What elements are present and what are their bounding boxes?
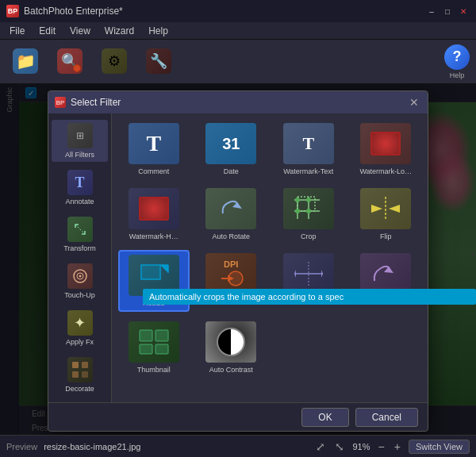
svg-marker-18 <box>371 205 382 213</box>
expand-icon-button[interactable]: ⤢ <box>314 440 327 453</box>
minimize-button[interactable]: – <box>425 5 438 17</box>
touchup-label: Touch-Up <box>64 291 95 299</box>
filter-cat-transform[interactable]: Transform <box>52 213 108 255</box>
filter-item-flip[interactable]: Flip <box>351 185 422 244</box>
zoom-in-button[interactable]: + <box>393 440 402 453</box>
menu-file[interactable]: File <box>3 24 31 38</box>
menu-view[interactable]: View <box>63 24 97 38</box>
annotate-icon: T <box>67 170 93 195</box>
menu-edit[interactable]: Edit <box>33 24 62 38</box>
filter-thumb-watermark-logo <box>360 123 411 164</box>
filter-label-comment: Comment <box>121 167 186 175</box>
menu-wizard[interactable]: Wizard <box>98 24 140 38</box>
filter-item-auto-contrast[interactable]: Auto Contrast <box>196 318 267 377</box>
title-bar: BP BatchPhoto Enterprise* – □ ✕ <box>0 0 476 22</box>
filter-item-watermark-h[interactable]: Watermark-H… <box>118 185 190 244</box>
filter-grid: T Comment 31 Date T <box>118 120 421 377</box>
svg-point-13 <box>295 198 300 202</box>
svg-point-16 <box>306 209 311 213</box>
filter-label-auto-rotate: Auto Rotate <box>199 232 264 240</box>
ok-button[interactable]: OK <box>301 408 348 427</box>
toolbar-setup[interactable]: ⚙ <box>95 43 133 81</box>
filter-item-auto-rotate[interactable]: Auto Rotate <box>196 185 267 244</box>
filter-thumb-thumbnail <box>129 321 179 363</box>
preview-filename: resize-basic-image21.jpg <box>44 442 140 451</box>
toolbar-edit-photos[interactable]: 🔍 <box>51 43 89 81</box>
menu-help[interactable]: Help <box>142 24 175 38</box>
filter-label-watermark-h: Watermark-H… <box>121 232 186 240</box>
svg-marker-31 <box>384 267 393 273</box>
svg-rect-5 <box>72 371 79 378</box>
applyfx-icon: ✦ <box>67 310 93 336</box>
filter-item-watermark-logo[interactable]: Watermark-Lo… <box>351 120 422 179</box>
decorate-label: Decorate <box>65 385 94 393</box>
content-area: Graphic ✓ › Edit <box>0 84 476 435</box>
svg-rect-8 <box>298 197 315 211</box>
switch-view-button[interactable]: Switch View <box>409 440 470 454</box>
svg-point-14 <box>306 198 311 202</box>
svg-rect-3 <box>72 362 79 368</box>
svg-rect-32 <box>140 330 152 341</box>
svg-rect-35 <box>155 344 168 354</box>
cancel-button[interactable]: Cancel <box>355 408 418 427</box>
bottom-bar: Preview resize-basic-image21.jpg ⤢ ⤡ 91%… <box>0 435 476 457</box>
filter-cat-applyfx[interactable]: ✦ Apply Fx <box>52 307 108 349</box>
filter-cat-annotate[interactable]: T Annotate <box>52 167 108 209</box>
filter-thumb-watermark-text: T <box>283 123 334 164</box>
title-bar-left: BP BatchPhoto Enterprise* <box>6 5 123 17</box>
watermark-h-icon <box>139 197 169 221</box>
svg-rect-4 <box>82 362 88 368</box>
filter-item-thumbnail[interactable]: Thumbnail <box>118 318 190 377</box>
dialog-title: Select Filter <box>71 97 121 108</box>
filter-thumb-watermark-h <box>129 188 179 229</box>
filter-thumb-auto-rotate <box>205 188 256 229</box>
contract-icon-button[interactable]: ⤡ <box>333 440 346 453</box>
toolbar-process[interactable]: 🔧 <box>140 43 178 81</box>
dialog-titlebar: BP Select Filter ✕ <box>48 91 428 113</box>
transform-label: Transform <box>63 244 96 252</box>
svg-rect-20 <box>141 265 160 279</box>
maximize-button[interactable]: □ <box>441 5 454 17</box>
svg-point-2 <box>79 275 81 278</box>
close-button[interactable]: ✕ <box>457 5 470 17</box>
dialog-overlay: BP Select Filter ✕ ⊞ All Filters <box>0 84 476 435</box>
applyfx-label: Apply Fx <box>66 338 94 346</box>
dialog-app-icon: BP <box>55 97 66 108</box>
filter-label-crop: Crop <box>276 232 341 240</box>
preview-label: Preview <box>6 442 37 451</box>
filter-label-flip: Flip <box>354 232 419 240</box>
filter-cat-touchup[interactable]: Touch-Up <box>52 260 108 302</box>
filter-cat-decorate[interactable]: Decorate <box>52 354 108 396</box>
svg-rect-6 <box>82 371 88 378</box>
filter-thumb-crop <box>283 188 334 229</box>
dialog-body: ⊞ All Filters T Annotate <box>48 113 428 402</box>
filter-thumb-auto-contrast <box>205 321 256 363</box>
filter-grid-area: T Comment 31 Date T <box>112 113 428 402</box>
help-button[interactable]: ? <box>444 44 470 70</box>
filter-item-comment[interactable]: T Comment <box>118 120 190 179</box>
svg-rect-33 <box>155 330 168 341</box>
filter-item-crop[interactable]: Crop <box>273 185 344 244</box>
zoom-out-button[interactable]: − <box>377 440 386 453</box>
filter-item-watermark-text[interactable]: T Watermark-Text <box>273 120 344 179</box>
filter-sidebar: ⊞ All Filters T Annotate <box>48 113 112 402</box>
watermark-red-icon <box>370 132 401 156</box>
zoom-percent: 91% <box>352 442 370 451</box>
contrast-circle-icon <box>217 328 245 356</box>
decorate-icon <box>67 357 93 382</box>
filter-label-watermark-text: Watermark-Text <box>276 167 341 175</box>
touchup-icon <box>67 263 93 289</box>
filter-thumb-comment: T <box>129 123 179 164</box>
menu-bar: File Edit View Wizard Help <box>0 22 476 40</box>
dialog-title-left: BP Select Filter <box>55 97 121 108</box>
filter-item-date[interactable]: 31 Date <box>196 120 267 179</box>
toolbar-add-photos[interactable]: 📁 <box>6 43 44 81</box>
filter-cat-all[interactable]: ⊞ All Filters <box>52 120 108 162</box>
filter-tooltip: Automatically crops the image according … <box>143 289 476 305</box>
filter-grid-scroll[interactable]: T Comment 31 Date T <box>112 113 428 402</box>
annotate-label: Annotate <box>65 198 94 205</box>
dialog-close-button[interactable]: ✕ <box>407 95 421 109</box>
all-filters-icon: ⊞ <box>67 123 93 148</box>
title-bar-controls: – □ ✕ <box>425 5 470 17</box>
app-title: BatchPhoto Enterprise* <box>24 6 123 17</box>
